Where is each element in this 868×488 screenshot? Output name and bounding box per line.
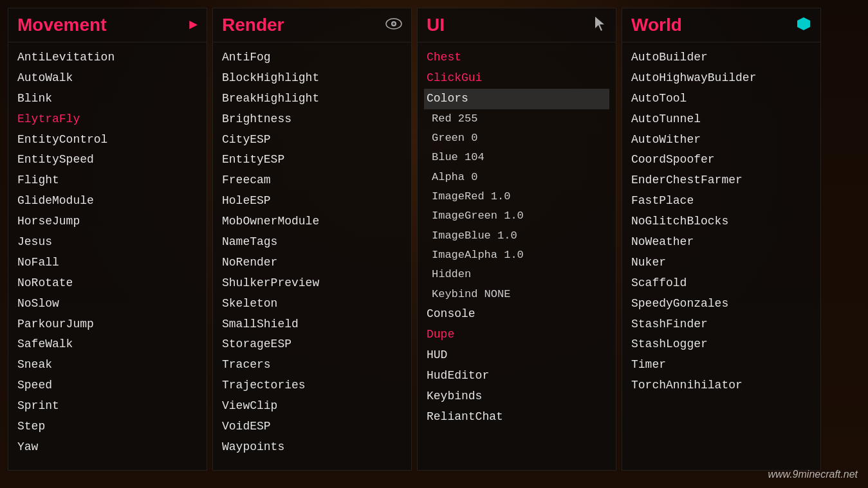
list-item[interactable]: GlideModule	[17, 191, 198, 212]
list-item[interactable]: BlockHighlight	[222, 68, 402, 89]
title-movement: Movement	[17, 15, 106, 35]
list-item[interactable]: NameTags	[222, 232, 402, 253]
title-world: World	[631, 15, 682, 35]
list-item[interactable]: Green 0	[427, 129, 607, 148]
list-item[interactable]: ParkourJump	[17, 314, 198, 335]
list-item[interactable]: HUD	[427, 345, 607, 366]
list-item[interactable]: Dupe	[427, 325, 607, 345]
list-item[interactable]: Blue 104	[427, 148, 607, 167]
body-ui: ChestClickGuiColorsRed 255Green 0Blue 10…	[418, 42, 616, 470]
list-item[interactable]: VoidESP	[222, 417, 402, 437]
list-item[interactable]: Nuker	[631, 253, 811, 273]
list-item[interactable]: StashFinder	[631, 314, 811, 335]
icon-world	[796, 16, 811, 35]
list-item[interactable]: ImageAlpha 1.0	[427, 246, 607, 265]
list-item[interactable]: Trajectories	[222, 375, 402, 396]
list-item[interactable]: NoGlitchBlocks	[631, 212, 811, 232]
list-item[interactable]: AutoHighwayBuilder	[631, 68, 811, 89]
list-item[interactable]: Red 255	[427, 109, 607, 129]
list-item[interactable]: Brightness	[222, 109, 402, 130]
list-item[interactable]: CoordSpoofer	[631, 150, 811, 170]
list-item[interactable]: Tracers	[222, 355, 402, 375]
header-ui: UI	[418, 8, 616, 42]
list-item[interactable]: Yaw	[17, 437, 198, 458]
list-item[interactable]: AutoWalk	[17, 68, 198, 89]
title-render: Render	[222, 15, 284, 35]
list-item[interactable]: BreakHighlight	[222, 89, 402, 109]
list-item[interactable]: HudEditor	[427, 366, 607, 386]
list-item[interactable]: AutoWither	[631, 130, 811, 150]
list-item[interactable]: AntiLevitation	[17, 48, 198, 68]
list-item[interactable]: EntityESP	[222, 150, 402, 170]
column-world: WorldAutoBuilderAutoHighwayBuilderAutoTo…	[622, 8, 821, 471]
header-render: Render	[213, 8, 411, 42]
column-render: RenderAntiFogBlockHighlightBreakHighligh…	[212, 8, 412, 471]
list-item[interactable]: ReliantChat	[427, 407, 607, 428]
list-item[interactable]: SmallShield	[222, 314, 402, 335]
list-item[interactable]: ElytraFly	[17, 109, 198, 130]
list-item[interactable]: SafeWalk	[17, 334, 198, 355]
list-item[interactable]: NoSlow	[17, 294, 198, 314]
body-movement: AntiLevitationAutoWalkBlinkElytraFlyEnti…	[8, 42, 207, 470]
list-item[interactable]: Colors	[424, 89, 609, 109]
list-item[interactable]: AutoTunnel	[631, 109, 811, 130]
watermark: www.9minecraft.net	[768, 469, 858, 480]
list-item[interactable]: ShulkerPreview	[222, 273, 402, 294]
list-item[interactable]: Blink	[17, 89, 198, 109]
list-item[interactable]: Keybinds	[427, 386, 607, 407]
list-item[interactable]: StorageESP	[222, 334, 402, 355]
header-movement: Movement►	[8, 8, 207, 42]
list-item[interactable]: Speed	[17, 375, 198, 396]
list-item[interactable]: TorchAnnihilator	[631, 375, 811, 396]
list-item[interactable]: ViewClip	[222, 396, 402, 417]
list-item[interactable]: SpeedyGonzales	[631, 294, 811, 314]
list-item[interactable]: Skeleton	[222, 294, 402, 314]
list-item[interactable]: Alpha 0	[427, 168, 607, 187]
column-ui: UIChestClickGuiColorsRed 255Green 0Blue …	[417, 8, 616, 471]
header-world: World	[622, 8, 820, 42]
icon-movement: ►	[189, 17, 198, 33]
list-item[interactable]: NoFall	[17, 253, 198, 273]
icon-ui	[595, 17, 607, 34]
column-movement: Movement►AntiLevitationAutoWalkBlinkElyt…	[8, 8, 207, 471]
list-item[interactable]: NoRotate	[17, 273, 198, 294]
list-item[interactable]: Hidden	[427, 265, 607, 284]
list-item[interactable]: AntiFog	[222, 48, 402, 68]
list-item[interactable]: Freecam	[222, 170, 402, 191]
list-item[interactable]: StashLogger	[631, 334, 811, 355]
body-world: AutoBuilderAutoHighwayBuilderAutoToolAut…	[622, 42, 820, 470]
list-item[interactable]: Sneak	[17, 355, 198, 375]
list-item[interactable]: ImageBlue 1.0	[427, 226, 607, 246]
list-item[interactable]: FastPlace	[631, 191, 811, 212]
list-item[interactable]: ImageGreen 1.0	[427, 206, 607, 226]
list-item[interactable]: Step	[17, 417, 198, 437]
list-item[interactable]: HorseJump	[17, 212, 198, 232]
main-container: Movement►AntiLevitationAutoWalkBlinkElyt…	[0, 0, 868, 488]
list-item[interactable]: EntitySpeed	[17, 150, 198, 170]
list-item[interactable]: MobOwnerModule	[222, 212, 402, 232]
list-item[interactable]: Console	[427, 304, 607, 325]
list-item[interactable]: Scaffold	[631, 273, 811, 294]
list-item[interactable]: ImageRed 1.0	[427, 187, 607, 206]
list-item[interactable]: EnderChestFarmer	[631, 170, 811, 191]
list-item[interactable]: Chest	[427, 48, 607, 68]
list-item[interactable]: AutoTool	[631, 89, 811, 109]
svg-marker-3	[595, 17, 604, 31]
list-item[interactable]: Sprint	[17, 396, 198, 417]
list-item[interactable]: HoleESP	[222, 191, 402, 212]
list-item[interactable]: AutoBuilder	[631, 48, 811, 68]
body-render: AntiFogBlockHighlightBreakHighlightBrigh…	[213, 42, 411, 470]
list-item[interactable]: Jesus	[17, 232, 198, 253]
list-item[interactable]: Flight	[17, 170, 198, 191]
list-item[interactable]: CityESP	[222, 130, 402, 150]
list-item[interactable]: Waypoints	[222, 437, 402, 458]
list-item[interactable]: EntityControl	[17, 130, 198, 150]
title-ui: UI	[427, 15, 445, 35]
list-item[interactable]: NoRender	[222, 253, 402, 273]
list-item[interactable]: NoWeather	[631, 232, 811, 253]
svg-point-2	[392, 23, 395, 25]
list-item[interactable]: ClickGui	[427, 68, 607, 89]
icon-render	[385, 18, 402, 33]
list-item[interactable]: Keybind NONE	[427, 285, 607, 304]
list-item[interactable]: Timer	[631, 355, 811, 375]
